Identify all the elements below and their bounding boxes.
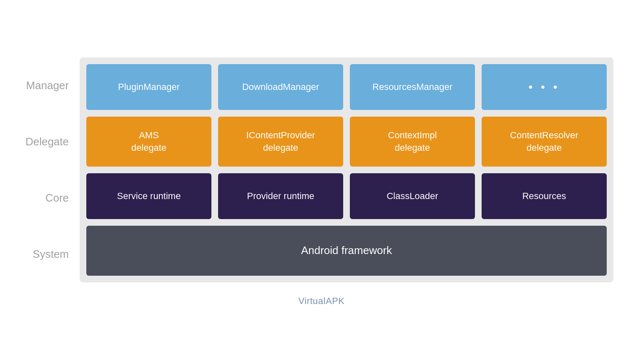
core-row: Service runtime Provider runtime ClassLo… [86,173,607,219]
classloader-cell: ClassLoader [350,173,475,219]
resources-cell: Resources [482,173,607,219]
label-system: System [30,248,75,261]
delegate-row: AMSdelegate IContentProviderdelegate Con… [86,117,607,166]
plugin-manager-cell: PluginManager [86,64,211,110]
contentresolver-delegate-cell: ContentResolverdelegate [482,117,607,166]
ams-delegate-cell: AMSdelegate [86,117,211,166]
footer-label: VirtualAPK [299,296,345,307]
download-manager-cell: DownloadManager [218,64,343,110]
label-delegate: Delegate [30,135,75,148]
manager-row: PluginManager DownloadManager ResourcesM… [86,64,607,110]
android-framework-cell: Android framework [86,226,607,276]
contextimpl-delegate-cell: ContextImpldelegate [350,117,475,166]
provider-runtime-cell: Provider runtime [218,173,343,219]
service-runtime-cell: Service runtime [86,173,211,219]
diagram-wrapper: Manager Delegate Core System PluginManag… [30,57,613,306]
dots-icon: • • • [529,79,560,95]
icontentprovider-delegate-cell: IContentProviderdelegate [218,117,343,166]
label-core: Core [30,192,75,204]
resources-manager-cell: ResourcesManager [350,64,475,110]
main-container: Manager Delegate Core System PluginManag… [30,57,613,282]
system-row: Android framework [86,226,607,276]
manager-dots-cell: • • • [482,64,607,110]
grid-container: PluginManager DownloadManager ResourcesM… [80,57,613,282]
label-manager: Manager [30,79,75,92]
labels-column: Manager Delegate Core System [30,57,80,282]
